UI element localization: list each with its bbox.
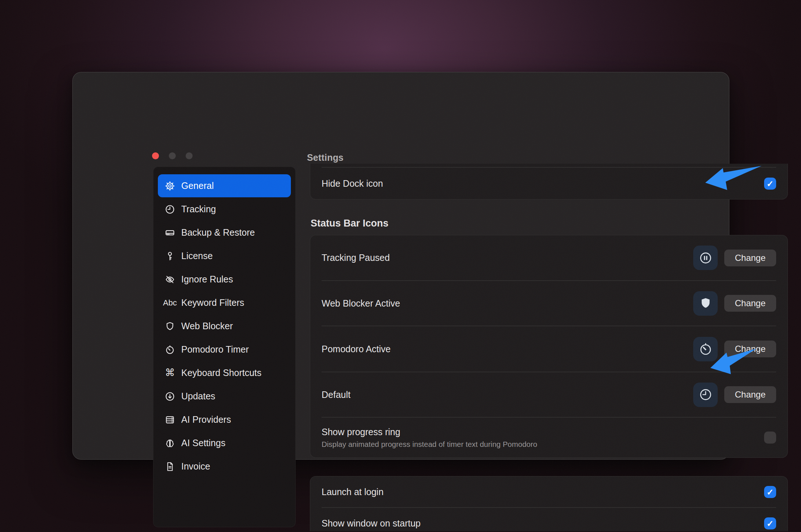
- sidebar-item-tracking[interactable]: Tracking: [158, 198, 291, 221]
- clock-icon: [165, 204, 175, 214]
- change-tracking-paused-icon-button[interactable]: Change: [724, 250, 776, 266]
- command-icon-text: ⌘: [165, 368, 175, 378]
- zoom-window-button[interactable]: [186, 152, 193, 159]
- show-progress-ring-checkbox[interactable]: [764, 432, 776, 444]
- launch-at-login-row: Launch at login: [310, 476, 787, 507]
- sidebar-item-label: License: [181, 251, 213, 261]
- sidebar-item-label: Web Blocker: [181, 321, 233, 331]
- abc-icon: Abc: [165, 298, 175, 308]
- startup-settings-card: Launch at login Show window on startup: [310, 476, 788, 531]
- eye-off-icon: [165, 274, 175, 285]
- sidebar-item-keyword-filters[interactable]: Abc Keyword Filters: [158, 291, 291, 314]
- launch-at-login-checkbox[interactable]: [764, 486, 776, 498]
- sidebar-item-general[interactable]: General: [158, 174, 291, 197]
- shield-icon: [165, 321, 175, 331]
- sidebar-item-backup-restore[interactable]: Backup & Restore: [158, 221, 291, 244]
- sidebar-item-label: Keyword Filters: [181, 297, 244, 308]
- command-icon: ⌘: [165, 368, 175, 378]
- sidebar-item-ai-providers[interactable]: AI Providers: [158, 408, 291, 431]
- web-blocker-active-label: Web Blocker Active: [322, 298, 693, 309]
- gear-icon: [165, 181, 175, 191]
- change-default-icon-button[interactable]: Change: [724, 386, 776, 403]
- annotation-arrow-progress-ring-checkbox: [710, 348, 757, 375]
- status-bar-icons-card: Tracking Paused Change Web Blocker Activ…: [310, 235, 788, 458]
- sidebar-item-ignore-rules[interactable]: Ignore Rules: [158, 268, 291, 291]
- hide-dock-icon-label: Hide Dock icon: [322, 178, 764, 189]
- show-progress-ring-label: Show progress ring: [322, 427, 764, 437]
- sidebar-item-updates[interactable]: Updates: [158, 385, 291, 408]
- show-progress-ring-row: Show progress ring Display animated prog…: [310, 417, 787, 458]
- change-web-blocker-icon-button[interactable]: Change: [724, 295, 776, 312]
- timer-icon: [165, 345, 175, 355]
- sidebar-item-ai-settings[interactable]: AI Settings: [158, 432, 291, 455]
- shield-filled-icon: [693, 291, 718, 316]
- sidebar-item-label: Invoice: [181, 461, 210, 472]
- document-icon: [165, 461, 175, 472]
- sidebar-item-keyboard-shortcuts[interactable]: ⌘ Keyboard Shortcuts: [158, 361, 291, 384]
- sidebar-item-label: AI Providers: [181, 414, 231, 425]
- show-progress-ring-description: Display animated progress instead of tim…: [322, 440, 764, 449]
- desktop-background: Settings General Tracking: [0, 0, 801, 532]
- web-blocker-active-row: Web Blocker Active Change: [310, 281, 787, 326]
- sidebar-item-label: Ignore Rules: [181, 274, 233, 285]
- tracking-paused-row: Tracking Paused Change: [310, 235, 787, 280]
- sidebar-item-web-blocker[interactable]: Web Blocker: [158, 315, 291, 338]
- sidebar-item-label: Updates: [181, 391, 215, 402]
- abc-icon-text: Abc: [163, 299, 177, 307]
- sidebar-item-pomodoro-timer[interactable]: Pomodoro Timer: [158, 338, 291, 361]
- show-window-on-startup-checkbox[interactable]: [764, 517, 776, 529]
- launch-at-login-label: Launch at login: [322, 487, 764, 497]
- default-icon-label: Default: [322, 390, 693, 400]
- sidebar-item-label: General: [181, 180, 214, 191]
- key-icon: [165, 251, 175, 261]
- circle-pause-icon: [693, 246, 718, 270]
- sidebar-item-label: Keyboard Shortcuts: [181, 368, 262, 378]
- drive-icon: [165, 228, 175, 238]
- show-progress-ring-texts: Show progress ring Display animated prog…: [322, 427, 764, 449]
- clock-icon: [693, 383, 718, 407]
- show-window-on-startup-row: Show window on startup: [310, 508, 787, 531]
- show-window-on-startup-label: Show window on startup: [322, 518, 764, 529]
- default-icon-row: Default Change: [310, 372, 787, 417]
- sidebar-item-label: Pomodoro Timer: [181, 344, 249, 355]
- hide-dock-icon-checkbox[interactable]: [764, 178, 776, 190]
- sidebar-item-label: Tracking: [181, 204, 216, 214]
- settings-window: Settings General Tracking: [72, 72, 729, 460]
- sidebar-item-label: Backup & Restore: [181, 227, 255, 238]
- minimize-window-button[interactable]: [169, 152, 176, 159]
- servers-icon: [165, 415, 175, 425]
- window-title: Settings: [307, 152, 343, 163]
- settings-sidebar: General Tracking Backup & Restore: [153, 167, 296, 527]
- tracking-paused-label: Tracking Paused: [322, 252, 693, 263]
- sidebar-item-license[interactable]: License: [158, 244, 291, 267]
- download-circle-icon: [165, 391, 175, 402]
- close-window-button[interactable]: [152, 152, 159, 159]
- annotation-arrow-change-button: [705, 166, 762, 191]
- settings-scroll-area: Hide Dock icon Tracking Paused Change: [310, 164, 788, 531]
- sidebar-item-label: AI Settings: [181, 438, 225, 448]
- pomodoro-active-label: Pomodoro Active: [322, 344, 693, 354]
- brain-icon: [165, 438, 175, 448]
- sidebar-item-invoice[interactable]: Invoice: [158, 455, 291, 478]
